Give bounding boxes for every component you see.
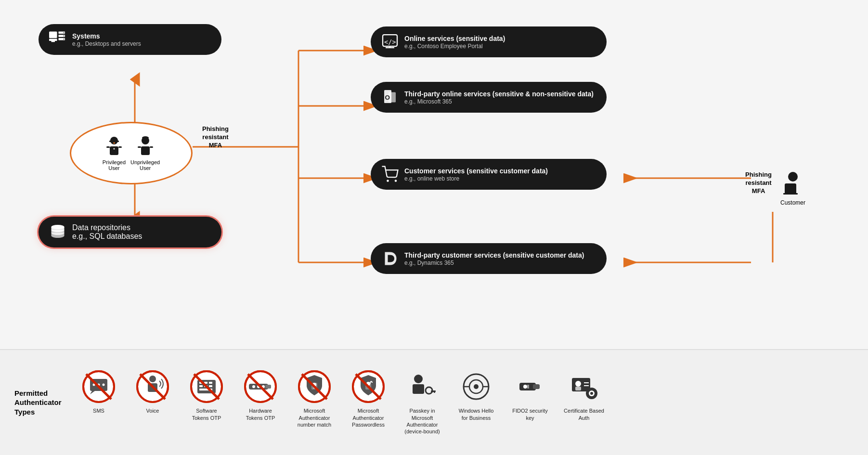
voice-icon-wrap xyxy=(136,370,169,403)
svg-point-115 xyxy=(590,392,593,395)
svg-rect-98 xyxy=(432,390,433,392)
third-party-customer-box: Third-party customer services (sensitive… xyxy=(371,243,607,274)
svg-rect-36 xyxy=(150,146,153,148)
diagram-area: Systems e.g., Desktops and servers xyxy=(0,0,868,349)
svg-point-54 xyxy=(103,384,105,386)
svg-rect-67 xyxy=(209,382,212,384)
ms-number-icon-wrap xyxy=(298,370,331,403)
systems-subtitle: e.g., Desktops and servers xyxy=(72,40,141,47)
auth-item-fido2: FIDO2 securitykey xyxy=(508,370,552,421)
auth-bar: Permitted Authenticator Types xyxy=(0,349,868,455)
svg-point-19 xyxy=(64,32,65,33)
svg-point-33 xyxy=(142,136,149,139)
auth-section-title: Permitted Authenticator Types xyxy=(14,389,67,417)
unprivileged-user-label: UnprivilegedUser xyxy=(130,159,160,171)
hardware-otp-prohibited-icon xyxy=(244,370,277,403)
svg-rect-107 xyxy=(527,385,529,389)
auth-item-ms-passwordless: MicrosoftAuthenticatorPasswordless xyxy=(347,370,390,428)
svg-point-109 xyxy=(575,381,581,387)
dynamics-icon xyxy=(381,250,399,267)
privileged-user-label: PrivilegedUser xyxy=(103,159,126,171)
svg-point-46 xyxy=(395,180,397,182)
svg-text:O: O xyxy=(385,94,390,101)
ms-passwordless-prohibited-icon xyxy=(352,370,385,403)
voice-prohibited-icon xyxy=(136,370,169,403)
svg-text:</>: </> xyxy=(384,38,396,46)
svg-point-21 xyxy=(64,36,65,37)
svg-rect-68 xyxy=(199,385,203,387)
cart-icon xyxy=(381,166,399,183)
phishing-mfa-label-right: PhishingresistantMFA xyxy=(745,171,772,195)
auth-item-hardware-otp: HardwareTokens OTP xyxy=(239,370,282,421)
windows-hello-icon xyxy=(459,370,493,403)
svg-rect-26 xyxy=(111,139,117,141)
sms-prohibited-icon xyxy=(82,370,115,403)
customer-group: Customer xyxy=(780,171,805,206)
online-services-text: Online services (sensitive data) e.g., C… xyxy=(404,34,505,50)
fido2-icon xyxy=(513,370,547,403)
svg-rect-28 xyxy=(110,146,118,155)
svg-point-95 xyxy=(426,387,432,394)
passkey-icon xyxy=(405,370,439,403)
svg-point-101 xyxy=(474,384,479,389)
data-repo-subtitle: e.g., SQL databases xyxy=(72,232,142,241)
systems-icon xyxy=(49,31,66,48)
svg-rect-48 xyxy=(785,183,796,194)
data-repositories-box: Data repositories e.g., SQL databases xyxy=(39,217,221,247)
cert-label: Certificate BasedAuth xyxy=(564,407,604,421)
auth-item-software-otp: SoftwareTokens OTP xyxy=(185,370,228,421)
windows-hello-icon-wrap xyxy=(459,370,493,403)
svg-rect-17 xyxy=(52,41,55,42)
svg-point-59 xyxy=(149,376,156,382)
office-icon: O xyxy=(381,89,399,106)
hardware-otp-label: HardwareTokens OTP xyxy=(246,407,275,421)
third-party-customer-subtitle: e.g., Dynamics 365 xyxy=(404,260,584,266)
auth-items: SMS xyxy=(77,370,854,435)
software-otp-icon-wrap xyxy=(190,370,223,403)
unprivileged-user-icon xyxy=(136,136,155,157)
svg-point-47 xyxy=(788,172,798,182)
svg-rect-94 xyxy=(413,384,424,394)
unprivileged-user: UnprivilegedUser xyxy=(130,136,160,171)
customer-services-text: Customer services (sensitive customer da… xyxy=(404,167,548,182)
sms-icon-wrap xyxy=(82,370,116,403)
sms-label: SMS xyxy=(93,407,104,414)
svg-rect-31 xyxy=(118,146,122,148)
customer-icon xyxy=(781,171,805,197)
svg-point-106 xyxy=(523,385,527,389)
database-icon xyxy=(49,223,66,241)
customer-services-subtitle: e.g., online web store xyxy=(404,175,548,182)
phishing-mfa-label-left: PhishingresistantMFA xyxy=(202,125,229,150)
systems-title: Systems xyxy=(72,32,141,40)
svg-rect-110 xyxy=(575,387,581,390)
svg-rect-49 xyxy=(783,193,798,195)
software-otp-label: SoftwareTokens OTP xyxy=(192,407,221,421)
customer-services-title: Customer services (sensitive customer da… xyxy=(404,167,548,175)
main-container: Systems e.g., Desktops and servers xyxy=(0,0,868,455)
user-circle: PrivilegedUser UnprivilegedUser xyxy=(70,122,193,184)
svg-rect-16 xyxy=(49,39,57,41)
windows-hello-label: Windows Hellofor Business xyxy=(459,407,494,421)
fido2-icon-wrap xyxy=(513,370,547,403)
svg-point-23 xyxy=(64,39,65,39)
svg-rect-34 xyxy=(141,146,150,155)
customer-services-box: Customer services (sensitive customer da… xyxy=(371,159,607,190)
svg-rect-76 xyxy=(265,385,271,389)
svg-rect-35 xyxy=(138,146,141,148)
svg-point-93 xyxy=(414,375,423,383)
auth-item-windows-hello: Windows Hellofor Business xyxy=(454,370,498,421)
auth-item-sms: SMS xyxy=(77,370,120,414)
passkey-icon-wrap xyxy=(405,370,439,403)
ms-number-prohibited-icon xyxy=(298,370,331,403)
auth-item-passkey: Passkey inMicrosoftAuthenticator(device-… xyxy=(401,370,444,435)
third-party-online-text: Third-party online services (sensitive &… xyxy=(404,90,594,105)
data-repo-text: Data repositories e.g., SQL databases xyxy=(72,223,142,241)
svg-rect-15 xyxy=(49,32,57,39)
online-services-icon: </> xyxy=(381,33,399,51)
ms-passwordless-icon-wrap xyxy=(351,370,385,403)
hardware-otp-icon-wrap xyxy=(244,370,277,403)
ms-passwordless-label: MicrosoftAuthenticatorPasswordless xyxy=(352,407,385,428)
svg-point-45 xyxy=(387,180,389,182)
cert-icon xyxy=(567,370,601,403)
ms-number-label: MicrosoftAuthenticatornumber match xyxy=(298,407,331,428)
